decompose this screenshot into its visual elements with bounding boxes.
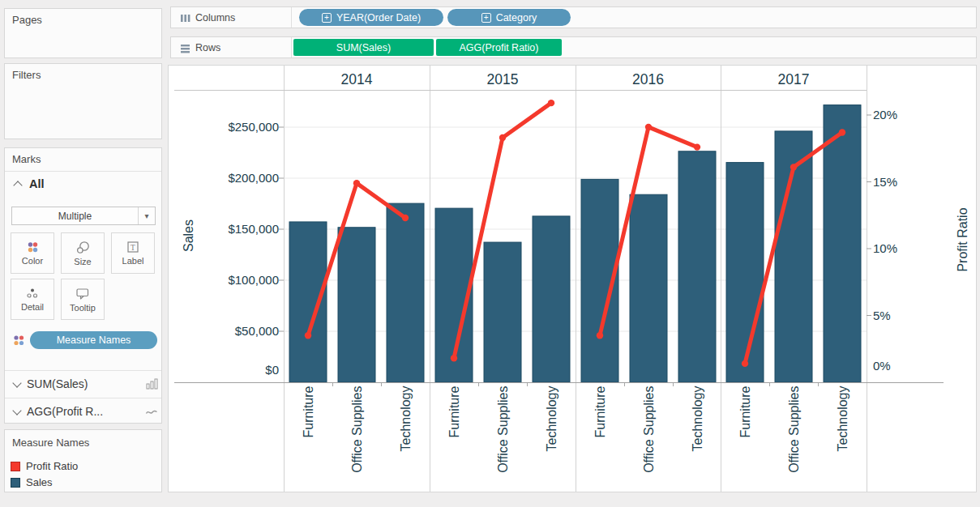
measure-row-label: AGG(Profit R... — [27, 405, 139, 418]
marks-section-all[interactable]: All — [15, 177, 45, 190]
pill-year-order-date[interactable]: + YEAR(Order Date) — [299, 9, 443, 26]
divider — [5, 370, 161, 371]
tooltip-button[interactable]: Tooltip — [61, 279, 105, 320]
chevron-down-icon[interactable]: ▾ — [138, 207, 155, 224]
divider — [5, 171, 161, 172]
color-button[interactable]: Color — [11, 232, 54, 274]
profit-ratio-axis-tick: 10% — [873, 241, 938, 255]
pill-agg-profit-ratio[interactable]: AGG(Profit Ratio) — [436, 39, 562, 56]
category-label[interactable]: Office Supplies — [350, 386, 364, 507]
legend-item-label: Profit Ratio — [26, 460, 78, 472]
chart-pane[interactable] — [168, 65, 977, 492]
detail-icon — [25, 287, 40, 300]
year-header[interactable]: 2017 — [745, 71, 842, 88]
profit-ratio-axis-tick: 0% — [873, 359, 938, 373]
marks-title: Marks — [12, 153, 41, 165]
pill-label: Measure Names — [57, 334, 131, 346]
filters-shelf[interactable]: Filters — [4, 63, 162, 139]
sales-axis-tick: $50,000 — [165, 324, 279, 338]
year-header[interactable]: 2014 — [308, 71, 405, 88]
chevron-down-icon[interactable] — [12, 406, 21, 415]
category-label[interactable]: Furniture — [738, 386, 752, 507]
label-button-label: Label — [122, 256, 144, 266]
detail-button[interactable]: Detail — [11, 279, 54, 320]
category-label[interactable]: Technology — [399, 386, 413, 507]
plus-box-icon[interactable]: + — [481, 13, 491, 23]
category-label[interactable]: Office Supplies — [787, 386, 801, 507]
measure-row-label: SUM(Sales) — [27, 377, 139, 390]
sales-swatch[interactable] — [11, 478, 20, 488]
category-label[interactable]: Office Supplies — [496, 386, 510, 507]
pill-measure-names[interactable]: Measure Names — [30, 331, 157, 349]
legend-item-sales[interactable]: Sales — [11, 476, 53, 488]
profit-ratio-axis-tick: 20% — [873, 108, 938, 121]
year-header[interactable]: 2015 — [454, 71, 551, 88]
rows-shelf-label-zone: Rows — [171, 37, 292, 58]
marks-section-sum-sales[interactable]: SUM(Sales) — [14, 374, 158, 394]
legend-item-label: Sales — [26, 476, 53, 488]
svg-text:T: T — [131, 244, 135, 252]
tooltip-button-label: Tooltip — [70, 303, 96, 313]
label-button[interactable]: T Label — [111, 232, 155, 274]
label-icon: T — [126, 241, 139, 254]
profit-ratio-swatch[interactable] — [11, 462, 20, 471]
pill-label: SUM(Sales) — [336, 42, 391, 53]
size-icon — [75, 241, 90, 254]
columns-shelf-label-zone: Columns — [171, 7, 292, 28]
pill-label: AGG(Profit Ratio) — [460, 42, 539, 53]
color-icon — [26, 241, 39, 254]
pill-category[interactable]: + Category — [447, 9, 571, 26]
bar-chart-icon — [146, 378, 158, 390]
mark-type-value: Multiple — [12, 211, 138, 222]
chevron-down-icon[interactable] — [12, 378, 21, 387]
category-label[interactable]: Technology — [545, 386, 558, 507]
category-label[interactable]: Furniture — [302, 386, 315, 507]
pages-title: Pages — [12, 14, 42, 26]
category-label[interactable]: Office Supplies — [642, 386, 656, 507]
category-label[interactable]: Furniture — [593, 386, 607, 507]
columns-icon — [180, 13, 191, 23]
profit-ratio-axis-title: Profit Ratio — [956, 183, 970, 296]
legend-item-profit-ratio[interactable]: Profit Ratio — [11, 460, 78, 472]
year-header[interactable]: 2016 — [600, 71, 697, 88]
rows-shelf[interactable]: Rows SUM(Sales) AGG(Profit Ratio) — [170, 36, 977, 58]
legend-title: Measure Names — [12, 437, 89, 449]
category-label[interactable]: Technology — [836, 386, 849, 507]
size-button[interactable]: Size — [61, 232, 105, 274]
pill-label: YEAR(Order Date) — [336, 12, 421, 23]
measure-names-legend: Measure Names Profit Ratio Sales — [4, 429, 162, 492]
rows-icon — [180, 43, 191, 53]
sales-axis-title: Sales — [182, 187, 196, 284]
filters-title: Filters — [12, 69, 41, 81]
columns-shelf-label: Columns — [195, 12, 235, 23]
line-chart-icon — [145, 407, 158, 417]
chevron-up-icon[interactable] — [13, 181, 22, 190]
profit-ratio-axis-tick: 5% — [873, 309, 938, 322]
columns-shelf[interactable]: Columns + YEAR(Order Date) + Category — [170, 6, 977, 28]
color-button-label: Color — [22, 256, 43, 266]
divider — [5, 398, 161, 398]
sales-axis-tick: $0 — [165, 363, 279, 377]
marks-section-agg-profit-ratio[interactable]: AGG(Profit R... — [14, 402, 158, 421]
category-label[interactable]: Furniture — [447, 386, 461, 507]
pill-label: Category — [496, 12, 537, 23]
tooltip-icon — [75, 287, 90, 300]
tableau-workspace: Columns + YEAR(Order Date) + Category Ro… — [0, 0, 980, 507]
pill-sum-sales[interactable]: SUM(Sales) — [293, 39, 434, 56]
mark-type-dropdown[interactable]: Multiple ▾ — [11, 207, 156, 225]
pages-shelf[interactable]: Pages — [4, 8, 162, 58]
plus-box-icon[interactable]: + — [322, 13, 332, 23]
sales-axis-tick: $250,000 — [165, 120, 279, 134]
size-button-label: Size — [74, 257, 91, 266]
color-icon — [12, 334, 26, 347]
category-label[interactable]: Technology — [691, 386, 704, 507]
rows-shelf-label: Rows — [195, 42, 220, 53]
sales-axis-tick: $200,000 — [165, 171, 279, 185]
profit-ratio-axis-tick: 15% — [873, 175, 938, 189]
detail-button-label: Detail — [21, 302, 44, 312]
marks-section-label: All — [29, 177, 45, 190]
marks-card: Marks All Multiple ▾ Color Size — [4, 147, 162, 424]
